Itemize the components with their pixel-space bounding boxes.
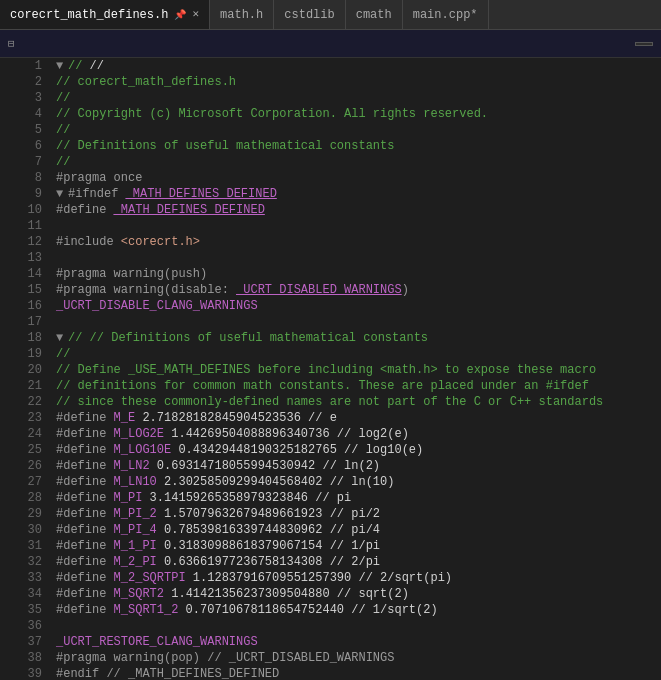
token: M_SQRT1_2 xyxy=(114,603,179,617)
code-line: #define M_2_PI 0.63661977236758134308 //… xyxy=(56,554,661,570)
line-number-17: 17 xyxy=(12,314,42,330)
token: 0.43429448190325182765 // log10(e) xyxy=(171,443,423,457)
token: // xyxy=(56,347,70,361)
project-bar: ⊟ xyxy=(0,30,661,58)
token: 2.71828182845904523536 // e xyxy=(135,411,337,425)
code-line: // Define _USE_MATH_DEFINES before inclu… xyxy=(56,362,661,378)
project-icon: ⊟ xyxy=(8,37,15,50)
token: _UCRT_DISABLE_CLANG_WARNINGS xyxy=(56,299,258,313)
line-number-19: 19 xyxy=(12,346,42,362)
tab-cmath[interactable]: cmath xyxy=(346,0,403,29)
code-line: _UCRT_DISABLE_CLANG_WARNINGS xyxy=(56,298,661,314)
code-line xyxy=(56,218,661,234)
token: #define xyxy=(56,587,114,601)
token: #define xyxy=(56,491,114,505)
line-numbers: 1234567891011121314151617181920212223242… xyxy=(12,58,48,680)
token: // Definitions of useful mathematical co… xyxy=(56,139,394,153)
token: #define xyxy=(56,555,114,569)
line-number-37: 37 xyxy=(12,634,42,650)
fold-arrow[interactable]: ▼ xyxy=(56,186,68,202)
token: 1.12837916709551257390 // 2/sqrt(pi) xyxy=(186,571,452,585)
code-line: // xyxy=(56,90,661,106)
token: #define xyxy=(56,427,114,441)
fold-arrow[interactable]: ▼ xyxy=(56,330,68,346)
token: M_2_PI xyxy=(114,555,157,569)
tab-close-button[interactable]: ✕ xyxy=(192,9,199,20)
project-scope-selector[interactable] xyxy=(635,42,653,46)
token: 0.63661977236758134308 // 2/pi xyxy=(157,555,380,569)
code-line xyxy=(56,250,661,266)
token: M_PI_4 xyxy=(114,523,157,537)
code-line: #define M_E 2.71828182845904523536 // e xyxy=(56,410,661,426)
editor-container: corecrt_math_defines.h 📌 ✕ math.h cstdli… xyxy=(0,0,661,680)
token: #define xyxy=(56,603,114,617)
token: M_E xyxy=(114,411,136,425)
token: _MATH_DEFINES_DEFINED xyxy=(114,203,265,217)
line-number-14: 14 xyxy=(12,266,42,282)
token: 1.44269504088896340736 // log2(e) xyxy=(164,427,409,441)
token: 0.69314718055994530942 // ln(2) xyxy=(150,459,380,473)
token: #define xyxy=(56,443,114,457)
line-number-4: 4 xyxy=(12,106,42,122)
line-number-7: 7 xyxy=(12,154,42,170)
code-line: // xyxy=(56,122,661,138)
token: M_1_PI xyxy=(114,539,157,553)
tab-pin-icon[interactable]: 📌 xyxy=(174,9,186,21)
line-number-32: 32 xyxy=(12,554,42,570)
tab-cstdlib[interactable]: cstdlib xyxy=(274,0,345,29)
token: // definitions for common math constants… xyxy=(56,379,589,393)
code-line: // Definitions of useful mathematical co… xyxy=(56,138,661,154)
token: // xyxy=(56,91,70,105)
token: ) xyxy=(402,283,409,297)
token: 1.41421356237309504880 // sqrt(2) xyxy=(164,587,409,601)
tab-math-h[interactable]: math.h xyxy=(210,0,274,29)
tab-corecrt-math-defines[interactable]: corecrt_math_defines.h 📌 ✕ xyxy=(0,0,210,29)
line-number-30: 30 xyxy=(12,522,42,538)
code-line: #pragma warning(push) xyxy=(56,266,661,282)
token: // xyxy=(68,59,90,73)
line-number-28: 28 xyxy=(12,490,42,506)
code-line: #define M_PI_2 1.57079632679489661923 //… xyxy=(56,506,661,522)
line-number-5: 5 xyxy=(12,122,42,138)
token: #define xyxy=(56,411,114,425)
fold-gutter xyxy=(0,58,12,680)
tab-main-cpp[interactable]: main.cpp* xyxy=(403,0,489,29)
tab-label: cmath xyxy=(356,8,392,22)
line-number-18: 18 xyxy=(12,330,42,346)
code-content[interactable]: ▼ // //// corecrt_math_defines.h//// Cop… xyxy=(48,58,661,680)
code-line: #define _MATH_DEFINES_DEFINED xyxy=(56,202,661,218)
token: _UCRT_RESTORE_CLANG_WARNINGS xyxy=(56,635,258,649)
token: // xyxy=(68,331,90,345)
line-number-3: 3 xyxy=(12,90,42,106)
line-number-39: 39 xyxy=(12,666,42,680)
token: 0.70710678118654752440 // 1/sqrt(2) xyxy=(178,603,437,617)
line-number-12: 12 xyxy=(12,234,42,250)
code-line: #define M_LOG10E 0.43429448190325182765 … xyxy=(56,442,661,458)
token: // xyxy=(56,155,70,169)
token: #pragma warning(disable: xyxy=(56,283,236,297)
token: #pragma once xyxy=(56,171,142,185)
token: M_PI_2 xyxy=(114,507,157,521)
line-number-13: 13 xyxy=(12,250,42,266)
code-line: _UCRT_RESTORE_CLANG_WARNINGS xyxy=(56,634,661,650)
line-number-38: 38 xyxy=(12,650,42,666)
line-number-23: 23 xyxy=(12,410,42,426)
code-line: #define M_LN2 0.69314718055994530942 // … xyxy=(56,458,661,474)
code-line: #define M_2_SQRTPI 1.1283791670955125739… xyxy=(56,570,661,586)
tab-label: cstdlib xyxy=(284,8,334,22)
code-line: #define M_SQRT2 1.41421356237309504880 /… xyxy=(56,586,661,602)
tab-bar: corecrt_math_defines.h 📌 ✕ math.h cstdli… xyxy=(0,0,661,30)
code-line: #define M_SQRT1_2 0.70710678118654752440… xyxy=(56,602,661,618)
token: 0.78539816339744830962 // pi/4 xyxy=(157,523,380,537)
token: #define xyxy=(56,523,114,537)
code-line: #pragma warning(pop) // _UCRT_DISABLED_W… xyxy=(56,650,661,666)
code-line: ▼ // // xyxy=(56,58,661,74)
line-number-27: 27 xyxy=(12,474,42,490)
tab-label: math.h xyxy=(220,8,263,22)
fold-arrow[interactable]: ▼ xyxy=(56,58,68,74)
token: 2.30258509299404568402 // ln(10) xyxy=(157,475,395,489)
token: #pragma warning(push) xyxy=(56,267,207,281)
token: #define xyxy=(56,571,114,585)
code-line xyxy=(56,314,661,330)
token: 0.31830988618379067154 // 1/pi xyxy=(157,539,380,553)
